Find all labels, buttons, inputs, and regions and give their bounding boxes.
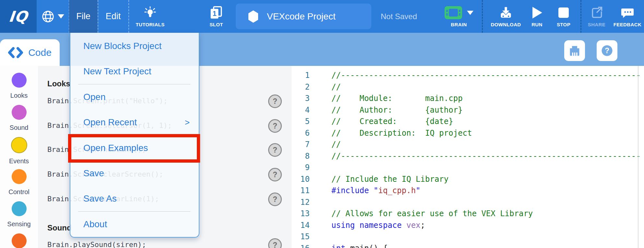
category-label: Sound: [10, 124, 29, 131]
feedback-button[interactable]: FEEDBACK: [611, 0, 644, 33]
editor-line-8: 8//-------------------------------------…: [292, 150, 644, 162]
category-label: Events: [9, 157, 29, 165]
submenu-arrow-icon: >: [185, 118, 190, 128]
line-number: 13: [292, 208, 310, 219]
line-number: 2: [292, 81, 310, 93]
editor-line-9: 9: [292, 162, 644, 173]
share-button[interactable]: SHARE: [584, 0, 610, 33]
language-menu-button[interactable]: [37, 0, 69, 33]
line-code: //--------------------------------------…: [331, 69, 641, 81]
line-number: 9: [292, 162, 310, 173]
editor-line-14: 14using namespace vex;: [292, 219, 644, 231]
snippet-help-button[interactable]: ?: [268, 94, 282, 108]
project-name-button[interactable]: VEXcode Project: [236, 4, 371, 29]
editor-scrollbar-track[interactable]: [638, 66, 638, 248]
menu-edit[interactable]: Edit: [98, 0, 128, 33]
line-number: 11: [292, 185, 310, 196]
editor-line-2: 2//: [292, 81, 644, 93]
tutorials-button[interactable]: TUTORIALS: [131, 0, 170, 33]
line-code: // Created: {date}: [331, 116, 453, 127]
save-status: Not Saved: [373, 0, 425, 33]
palette-category-control[interactable]: Control: [0, 169, 38, 196]
snippet-help-button[interactable]: ?: [268, 192, 282, 206]
menu-file[interactable]: File: [69, 0, 98, 33]
slot-label: SLOT: [209, 22, 223, 27]
palette-category-looks[interactable]: Looks: [0, 73, 38, 99]
snippet-help-button[interactable]: ?: [268, 143, 282, 157]
brain-button[interactable]: BRAIN: [439, 0, 478, 33]
globe-icon: [41, 10, 55, 23]
feedback-label: FEEDBACK: [614, 22, 642, 27]
help-button[interactable]: ?: [597, 40, 617, 61]
line-number: 4: [292, 104, 310, 116]
menu-edit-label: Edit: [106, 11, 121, 21]
file-menu-item-open-recent[interactable]: Open Recent>: [70, 110, 199, 135]
file-menu-item-new-text-project[interactable]: New Text Project: [70, 59, 199, 84]
code-editor[interactable]: 1//-------------------------------------…: [292, 66, 644, 248]
block-category-sidebar: LooksSoundEventsControlSensing: [0, 66, 38, 248]
category-color-icon: [12, 233, 27, 248]
palette-category-sound[interactable]: Sound: [0, 105, 38, 131]
category-color-icon: [12, 169, 27, 184]
editor-line-7: 7//: [292, 139, 644, 150]
stop-button[interactable]: STOP: [552, 0, 575, 33]
file-menu-item-open-examples[interactable]: Open Examples: [70, 135, 199, 161]
tab-code-label: Code: [28, 47, 52, 58]
brain-label: BRAIN: [451, 22, 467, 27]
brain-status-icon: [444, 6, 473, 20]
run-button[interactable]: RUN: [527, 0, 547, 33]
divider: [128, 0, 129, 33]
stop-icon: [558, 6, 569, 20]
line-code: using namespace vex;: [331, 219, 425, 231]
editor-line-6: 6// Description: IQ project: [292, 127, 644, 139]
palette-category-bottom[interactable]: [0, 233, 38, 248]
file-menu-dropdown: New Blocks ProjectNew Text ProjectOpenOp…: [70, 33, 199, 238]
line-number: 12: [292, 196, 310, 208]
snippet-help-button[interactable]: ?: [268, 238, 282, 248]
project-name: VEXcode Project: [267, 11, 336, 22]
palette-category-sensing[interactable]: Sensing: [0, 201, 38, 228]
editor-line-5: 5// Created: {date}: [292, 116, 644, 127]
share-label: SHARE: [588, 22, 606, 27]
file-menu-item-label: Open Recent: [83, 117, 137, 128]
file-menu-item-label: Save: [83, 168, 104, 179]
line-number: 14: [292, 219, 310, 231]
line-code: //: [331, 81, 341, 93]
line-number: 5: [292, 116, 310, 127]
palette-category-events[interactable]: Events: [0, 137, 38, 165]
tab-code[interactable]: Code: [0, 39, 60, 66]
svg-text:1: 1: [212, 9, 216, 18]
lightbulb-icon: [144, 6, 157, 20]
file-menu-item-open[interactable]: Open: [70, 84, 199, 110]
device-info-button[interactable]: [564, 40, 585, 61]
line-number: 8: [292, 150, 310, 162]
file-menu-item-label: New Blocks Project: [83, 41, 161, 51]
slot-button[interactable]: 1 SLOT: [202, 0, 231, 33]
download-icon: [499, 6, 513, 20]
line-number: 1: [292, 69, 310, 81]
editor-line-3: 3// Module: main.cpp: [292, 93, 644, 104]
brain-device-icon: [567, 43, 582, 58]
file-menu-item-about[interactable]: About: [70, 212, 199, 237]
download-button[interactable]: DOWNLOAD: [486, 0, 526, 33]
command-snippet[interactable]: Brain.playSound(siren);: [47, 241, 146, 248]
file-menu-item-save[interactable]: Save: [70, 161, 199, 186]
iq-brand-tile: IQ: [0, 0, 37, 33]
share-icon: [590, 6, 603, 20]
line-code: //: [331, 139, 341, 150]
file-menu-item-new-blocks-project[interactable]: New Blocks Project: [70, 33, 199, 59]
iq-logo: IQ: [8, 8, 29, 25]
category-label: Looks: [10, 92, 28, 99]
editor-line-12: 12: [292, 196, 644, 208]
menu-file-label: File: [76, 11, 90, 21]
editor-line-1: 1//-------------------------------------…: [292, 69, 644, 81]
snippet-help-button[interactable]: ?: [268, 168, 282, 181]
play-icon: [531, 6, 543, 20]
panel-section-header-sound: Sound: [47, 223, 72, 232]
file-menu-item-save-as[interactable]: Save As: [70, 186, 199, 211]
category-color-icon: [12, 105, 27, 120]
snippet-help-button[interactable]: ?: [268, 119, 282, 133]
category-color-icon: [11, 137, 27, 153]
editor-line-16: 16int main() {: [292, 242, 644, 248]
line-code: // Allows for easier use of the VEX Libr…: [331, 208, 533, 219]
